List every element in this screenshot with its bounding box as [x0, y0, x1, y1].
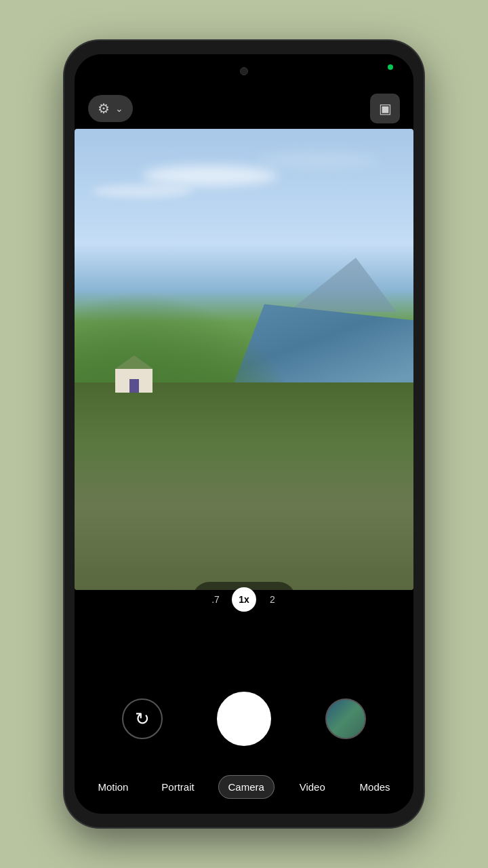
hill-2 — [75, 382, 413, 590]
house-body — [115, 369, 152, 393]
landscape-scene — [75, 129, 413, 590]
gallery-icon: ▣ — [379, 100, 392, 117]
cloud-2 — [92, 184, 193, 198]
mode-modes[interactable]: Modes — [350, 776, 400, 798]
flip-camera-button[interactable]: ↻ — [122, 698, 163, 739]
zoom-controls: .7 1x 2 — [192, 582, 296, 617]
house-door — [129, 379, 139, 393]
flip-icon: ↻ — [135, 709, 150, 730]
mode-video[interactable]: Video — [289, 776, 336, 798]
cloud-3 — [258, 152, 380, 169]
house-roof — [115, 355, 153, 369]
mode-video-label: Video — [300, 781, 325, 793]
mode-modes-label: Modes — [360, 781, 390, 793]
zoom-1x[interactable]: 1x — [232, 587, 256, 612]
mode-portrait[interactable]: Portrait — [152, 776, 203, 798]
mode-motion-label: Motion — [98, 781, 128, 793]
shutter-button[interactable] — [217, 692, 271, 746]
mic-indicator — [388, 64, 393, 70]
settings-bar: ⚙ ⌄ ▣ — [75, 88, 413, 129]
shutter-inner — [221, 696, 267, 742]
mode-bar: Motion Portrait Camera Video Modes — [75, 760, 413, 814]
mode-camera-label: Camera — [228, 781, 264, 793]
phone-screen: ⚙ ⌄ ▣ — [75, 54, 413, 814]
bottom-controls: ↻ — [75, 678, 413, 760]
phone-device: ⚙ ⌄ ▣ — [64, 41, 424, 827]
chevron-down-icon: ⌄ — [115, 103, 123, 114]
settings-pill[interactable]: ⚙ ⌄ — [88, 95, 133, 122]
cloud-1 — [142, 165, 278, 186]
viewfinder — [75, 129, 413, 590]
mode-camera[interactable]: Camera — [218, 775, 274, 799]
last-photo-thumbnail[interactable] — [325, 698, 366, 739]
gear-icon: ⚙ — [98, 100, 110, 117]
front-camera — [240, 67, 248, 75]
zoom-2x[interactable]: 2 — [260, 587, 285, 612]
gallery-button[interactable]: ▣ — [370, 94, 400, 123]
mode-motion[interactable]: Motion — [88, 776, 138, 798]
zoom-07[interactable]: .7 — [203, 587, 228, 612]
mode-portrait-label: Portrait — [161, 781, 194, 793]
top-bar — [75, 54, 413, 88]
house — [115, 369, 152, 393]
